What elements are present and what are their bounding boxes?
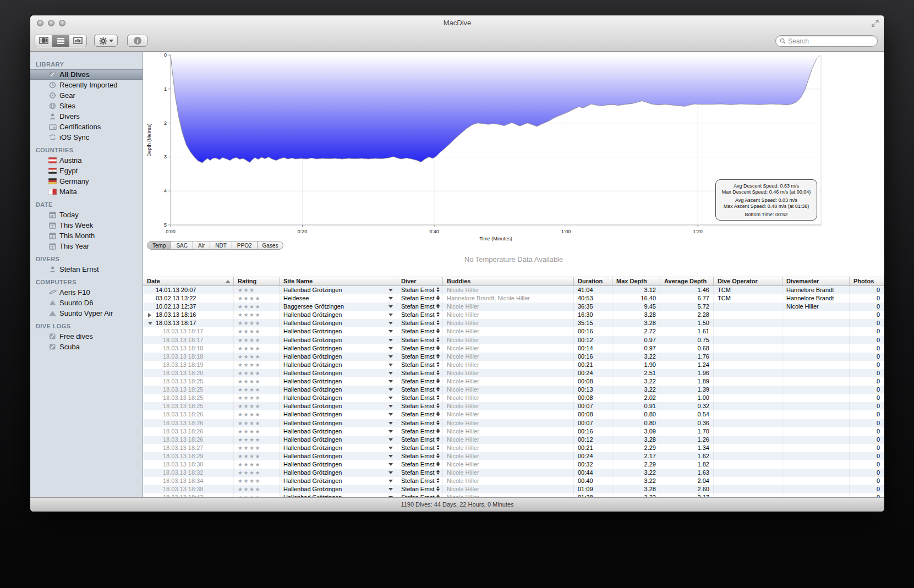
search-field[interactable] <box>775 35 878 47</box>
site-dropdown-icon[interactable] <box>388 471 393 474</box>
tab-sac[interactable]: SAC <box>171 241 193 249</box>
sidebar-item-recently-imported[interactable]: Recently Imported <box>30 80 143 90</box>
sidebar-item-this-year[interactable]: This Year <box>30 241 143 251</box>
column-header-average-depth[interactable]: Average Depth <box>660 277 714 285</box>
column-header-max-depth[interactable]: Max Depth <box>612 277 660 285</box>
site-dropdown-icon[interactable] <box>388 355 393 358</box>
table-row[interactable]: 18.03.13 18:29★★★★Hallenbad GrötzingenSt… <box>143 452 884 460</box>
column-header-buddies[interactable]: Buddies <box>443 277 574 285</box>
diver-stepper-icon[interactable] <box>436 428 440 433</box>
rating-stars[interactable]: ★★★★ <box>234 485 280 493</box>
rating-stars[interactable]: ★★★★ <box>234 377 280 386</box>
rating-stars[interactable]: ★★★★ <box>234 394 280 402</box>
sidebar-item-divers[interactable]: Divers <box>30 111 143 122</box>
tab-air[interactable]: Air <box>193 241 210 249</box>
table-row[interactable]: 18.03.13 18:19★★★★Hallenbad GrötzingenSt… <box>143 361 884 369</box>
tab-gases[interactable]: Gases <box>258 241 283 249</box>
sidebar-item-sites[interactable]: Sites <box>30 101 143 111</box>
site-dropdown-icon[interactable] <box>388 480 393 482</box>
rating-stars[interactable]: ★★★★ <box>234 460 280 469</box>
diver-stepper-icon[interactable] <box>436 420 440 425</box>
table-row[interactable]: 18.03.13 18:25★★★★Hallenbad GrötzingenSt… <box>143 394 884 402</box>
column-header-date[interactable]: Date <box>143 277 234 285</box>
diver-stepper-icon[interactable] <box>436 354 440 359</box>
table-row[interactable]: 10.02.13 12:37★★★★Baggersee GrötzingenSt… <box>143 303 884 311</box>
diver-stepper-icon[interactable] <box>436 445 440 450</box>
table-row[interactable]: 18.03.13 18:26★★★★Hallenbad GrötzingenSt… <box>143 427 884 436</box>
column-header-diver[interactable]: Diver <box>397 277 443 285</box>
rating-stars[interactable]: ★★★★ <box>234 427 280 436</box>
sidebar-item-today[interactable]: Today <box>30 210 143 220</box>
table-row[interactable]: 18.03.13 18:17★★★★Hallenbad GrötzingenSt… <box>143 327 884 336</box>
diver-stepper-icon[interactable] <box>436 328 440 333</box>
rating-stars[interactable]: ★★★★ <box>234 469 280 477</box>
site-dropdown-icon[interactable] <box>388 397 393 399</box>
site-dropdown-icon[interactable] <box>388 364 393 366</box>
table-row[interactable]: 03.02.13 13:22★★★★HeideseeStefan ErnstHa… <box>143 294 884 303</box>
site-dropdown-icon[interactable] <box>388 388 393 391</box>
rating-stars[interactable]: ★★★★ <box>234 319 280 327</box>
sidebar-item-aeris-f10[interactable]: Aeris F10 <box>30 287 143 298</box>
site-dropdown-icon[interactable] <box>388 488 393 491</box>
rating-stars[interactable]: ★★★★ <box>234 419 280 427</box>
site-dropdown-icon[interactable] <box>388 438 393 441</box>
site-dropdown-icon[interactable] <box>388 289 393 292</box>
tab-ndt[interactable]: NDT <box>210 241 232 249</box>
disclosure-closed-icon[interactable] <box>148 313 151 317</box>
rating-stars[interactable]: ★★★★ <box>234 410 280 419</box>
rating-stars[interactable]: ★★★★ <box>234 369 280 377</box>
sidebar-item-certifications[interactable]: Certifications <box>30 122 143 132</box>
diver-stepper-icon[interactable] <box>436 312 440 317</box>
rating-stars[interactable]: ★★★★ <box>234 344 280 353</box>
rating-stars[interactable]: ★★★★ <box>234 353 280 361</box>
column-header-site-name[interactable]: Site Name <box>280 277 397 285</box>
table-row[interactable]: 18.03.13 18:25★★★★Hallenbad GrötzingenSt… <box>143 402 884 410</box>
table-row[interactable]: 18.03.13 18:18★★★★Hallenbad GrötzingenSt… <box>143 353 884 361</box>
sidebar-item-stefan-ernst[interactable]: Stefan Ernst <box>30 264 143 274</box>
info-button[interactable]: i <box>127 35 147 47</box>
column-header-duration[interactable]: Duration <box>574 277 612 285</box>
sidebar-item-gear[interactable]: Gear <box>30 90 143 101</box>
table-row[interactable]: 18.03.13 18:26★★★★Hallenbad GrötzingenSt… <box>143 419 884 427</box>
sidebar-item-suunto-vyper-air[interactable]: Suunto Vyper Air <box>30 308 143 318</box>
diver-stepper-icon[interactable] <box>436 453 440 458</box>
table-row[interactable]: 18.03.13 18:26★★★★Hallenbad GrötzingenSt… <box>143 436 884 444</box>
site-dropdown-icon[interactable] <box>388 322 393 325</box>
table-row[interactable]: 18.03.13 18:17★★★★Hallenbad GrötzingenSt… <box>143 336 884 344</box>
column-header-dive-operator[interactable]: Dive Operator <box>714 277 782 285</box>
sidebar-item-scuba[interactable]: Scuba <box>30 342 143 352</box>
site-dropdown-icon[interactable] <box>388 330 393 333</box>
diver-stepper-icon[interactable] <box>436 370 440 375</box>
tab-ppo2[interactable]: PPO2 <box>232 241 258 249</box>
site-dropdown-icon[interactable] <box>388 305 393 308</box>
table-row[interactable]: 18.03.13 18:17★★★★Hallenbad GrötzingenSt… <box>143 319 884 327</box>
sidebar-item-all-dives[interactable]: All Dives <box>30 69 143 80</box>
site-dropdown-icon[interactable] <box>388 372 393 375</box>
rating-stars[interactable]: ★★★★ <box>234 452 280 460</box>
table-row[interactable]: 18.03.13 18:16★★★★Hallenbad GrötzingenSt… <box>143 311 884 319</box>
table-row[interactable]: 18.03.13 18:32★★★★Hallenbad GrötzingenSt… <box>143 469 884 477</box>
rating-stars[interactable]: ★★★★ <box>234 303 280 311</box>
table-row[interactable]: 18.03.13 18:38★★★★Hallenbad GrötzingenSt… <box>143 485 884 493</box>
diver-stepper-icon[interactable] <box>436 304 440 309</box>
tab-temp[interactable]: Temp <box>147 241 171 249</box>
rating-stars[interactable]: ★★★★ <box>234 402 280 410</box>
sidebar-item-germany[interactable]: Germany <box>30 176 143 186</box>
site-dropdown-icon[interactable] <box>388 314 393 316</box>
site-dropdown-icon[interactable] <box>388 297 393 300</box>
diver-stepper-icon[interactable] <box>436 337 440 342</box>
table-row[interactable]: 18.03.13 18:18★★★★Hallenbad GrötzingenSt… <box>143 344 884 353</box>
site-dropdown-icon[interactable] <box>388 380 393 383</box>
column-header-photos[interactable]: Photos <box>850 277 884 285</box>
rating-stars[interactable]: ★★★ <box>234 286 280 294</box>
rating-stars[interactable]: ★★★★ <box>234 311 280 319</box>
site-dropdown-icon[interactable] <box>388 339 393 342</box>
diver-stepper-icon[interactable] <box>436 395 440 400</box>
table-row[interactable]: 18.03.13 18:27★★★★Hallenbad GrötzingenSt… <box>143 444 884 452</box>
rating-stars[interactable]: ★★★★ <box>234 386 280 394</box>
diver-stepper-icon[interactable] <box>436 461 440 466</box>
diver-stepper-icon[interactable] <box>436 411 440 416</box>
table-row[interactable]: 18.03.13 18:34★★★★Hallenbad GrötzingenSt… <box>143 477 884 485</box>
segment-coverflow-view-button[interactable] <box>35 35 52 47</box>
site-dropdown-icon[interactable] <box>388 413 393 416</box>
